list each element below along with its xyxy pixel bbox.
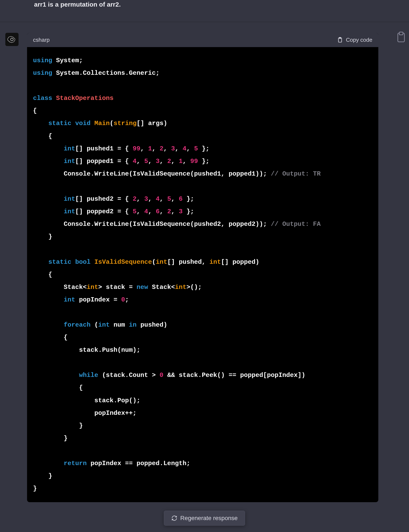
code-block: csharp Copy code using System; using Sys… [27,33,378,502]
assistant-avatar [5,33,19,46]
clipboard-icon [336,37,343,43]
copy-message-button[interactable] [398,33,405,42]
code-body[interactable]: using System; using System.Collections.G… [27,47,378,502]
refresh-icon [171,515,177,521]
copy-code-button[interactable]: Copy code [336,37,372,43]
svg-point-0 [11,38,13,41]
prompt-header: arr1 is a permutation of arr2. [0,0,409,22]
prompt-fragment-text: arr1 is a permutation of arr2. [34,0,375,9]
openai-logo-icon [8,35,16,44]
regenerate-label: Regenerate response [180,515,238,522]
code-language-label: csharp [33,37,50,43]
assistant-message-row: csharp Copy code using System; using Sys… [0,22,409,502]
code-block-header: csharp Copy code [27,33,378,47]
regenerate-response-button[interactable]: Regenerate response [164,511,245,526]
copy-code-label: Copy code [346,37,372,43]
